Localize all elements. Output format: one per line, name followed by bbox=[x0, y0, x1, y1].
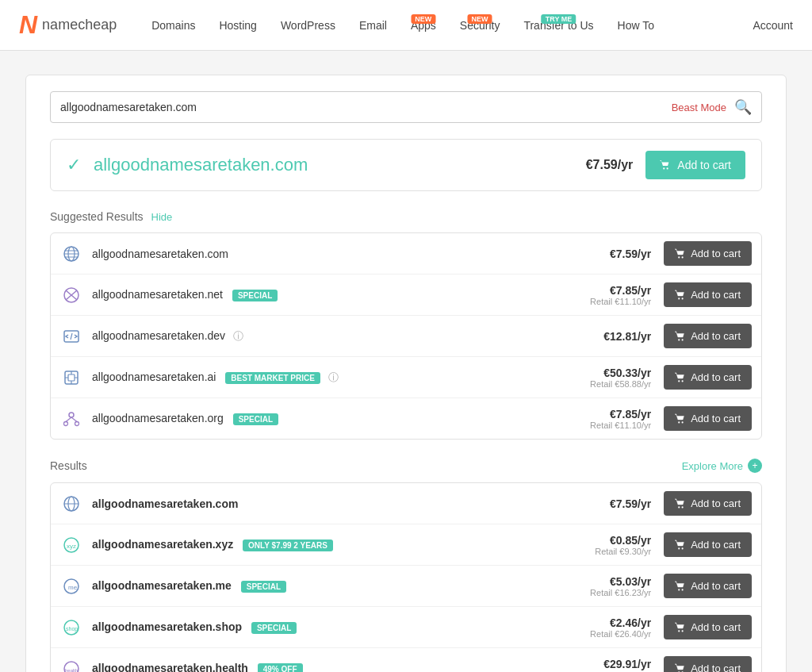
result-xyz-icon: xyz bbox=[60, 534, 82, 556]
svg-point-36 bbox=[678, 506, 680, 508]
suggested-section: Suggested Results Hide allgoodnamesareta… bbox=[50, 210, 762, 440]
suggested-price-net: €7.85/yr Retail €11.10/yr bbox=[590, 284, 651, 306]
result-price-shop: €2.46/yr Retail €26.40/yr bbox=[590, 616, 651, 639]
security-badge: NEW bbox=[468, 14, 492, 24]
logo[interactable]: N namecheap bbox=[19, 10, 117, 40]
nav-item-howto[interactable]: How To bbox=[608, 13, 664, 38]
tag-special-shop: SPECIAL bbox=[251, 622, 297, 634]
result-row-com: allgoodnamesaretaken.com €7.59/yr Add to… bbox=[51, 483, 761, 524]
cart-icon bbox=[675, 498, 686, 509]
nav-item-email[interactable]: Email bbox=[350, 13, 396, 38]
results-section: Results Explore More + allgoodnamesareta… bbox=[50, 459, 762, 672]
tag-off-health: 49% OFF bbox=[258, 663, 303, 672]
add-label: Add to cart bbox=[691, 289, 741, 301]
results-list: allgoodnamesaretaken.com €7.59/yr Add to… bbox=[50, 482, 762, 672]
svg-point-41 bbox=[682, 547, 684, 549]
result-price-me: €5.03/yr Retail €16.23/yr bbox=[590, 575, 651, 597]
result-add-cart-shop[interactable]: Add to cart bbox=[664, 615, 752, 639]
beast-mode-button[interactable]: Beast Mode bbox=[672, 102, 726, 113]
explore-more-label: Explore More bbox=[682, 460, 743, 472]
result-domain-health: allgoodnamesaretaken.health 49% OFF bbox=[92, 662, 590, 672]
nav-item-domains[interactable]: Domains bbox=[142, 13, 205, 38]
result-row-shop: shop allgoodnamesaretaken.shop SPECIAL €… bbox=[51, 607, 761, 648]
search-bar: Beast Mode 🔍 bbox=[50, 91, 762, 123]
search-icon[interactable]: 🔍 bbox=[734, 98, 752, 116]
cart-icon bbox=[675, 290, 686, 301]
result-price-health: €29.91/yr Retail €58.88/yr bbox=[590, 658, 651, 673]
result-add-cart-com[interactable]: Add to cart bbox=[664, 491, 752, 516]
suggested-header: Suggested Results Hide bbox=[50, 210, 762, 223]
nav-item-apps[interactable]: NEW Apps bbox=[401, 13, 446, 38]
svg-line-29 bbox=[66, 417, 71, 422]
add-label: Add to cart bbox=[691, 413, 741, 424]
nav-item-transfer[interactable]: TRY ME Transfer to Us bbox=[514, 13, 603, 38]
svg-point-12 bbox=[678, 298, 680, 299]
suggested-domain-dev: allgoodnamesaretaken.dev ⓘ bbox=[92, 329, 603, 344]
result-add-cart-health[interactable]: Add to cart bbox=[664, 656, 752, 672]
add-label: Add to cart bbox=[691, 580, 741, 592]
suggested-row-net: allgoodnamesaretaken.net SPECIAL €7.85/y… bbox=[51, 275, 761, 316]
svg-rect-19 bbox=[68, 374, 75, 381]
info-icon-dev[interactable]: ⓘ bbox=[233, 330, 243, 342]
results-header: Results Explore More + bbox=[50, 459, 762, 473]
result-add-cart-xyz[interactable]: Add to cart bbox=[664, 532, 752, 557]
explore-more-button[interactable]: Explore More + bbox=[682, 459, 762, 473]
result-shop-icon: shop bbox=[60, 616, 82, 639]
cart-icon bbox=[660, 159, 671, 171]
result-domain-shop: allgoodnamesaretaken.shop SPECIAL bbox=[92, 620, 590, 634]
nav-item-security[interactable]: NEW Security bbox=[450, 13, 510, 38]
primary-add-to-cart-button[interactable]: Add to cart bbox=[645, 151, 745, 179]
add-label: Add to cart bbox=[691, 621, 741, 633]
svg-line-30 bbox=[71, 417, 77, 422]
cart-icon bbox=[675, 413, 686, 424]
svg-text:xyz: xyz bbox=[67, 543, 76, 550]
apps-badge: NEW bbox=[411, 14, 435, 24]
cart-icon bbox=[675, 663, 686, 673]
suggested-add-cart-net[interactable]: Add to cart bbox=[664, 282, 752, 307]
nav-item-hosting[interactable]: Hosting bbox=[209, 13, 266, 38]
suggested-domain-org: allgoodnamesaretaken.org SPECIAL bbox=[92, 412, 590, 425]
suggested-row-ai: allgoodnamesaretaken.ai BEST MARKET PRIC… bbox=[51, 357, 761, 398]
suggested-row-org: allgoodnamesaretaken.org SPECIAL €7.85/y… bbox=[51, 398, 761, 439]
results-title: Results bbox=[50, 459, 87, 472]
suggested-list: allgoodnamesaretaken.com €7.59/yr Add to… bbox=[50, 232, 762, 440]
result-me-icon: me bbox=[60, 575, 82, 597]
account-nav-item[interactable]: Account bbox=[753, 19, 793, 32]
suggested-price-org: €7.85/yr Retail €11.10/yr bbox=[590, 408, 651, 430]
tag-special-org: SPECIAL bbox=[233, 413, 278, 425]
primary-add-label: Add to cart bbox=[677, 159, 731, 171]
add-label: Add to cart bbox=[691, 539, 741, 551]
svg-point-49 bbox=[682, 630, 684, 632]
result-domain-com: allgoodnamesaretaken.com bbox=[92, 497, 610, 510]
svg-point-32 bbox=[682, 421, 684, 423]
svg-point-26 bbox=[69, 413, 74, 417]
hide-suggested-button[interactable]: Hide bbox=[151, 211, 173, 223]
net-icon bbox=[60, 284, 82, 306]
svg-point-45 bbox=[682, 589, 684, 590]
cart-icon bbox=[675, 581, 686, 592]
svg-line-15 bbox=[71, 333, 72, 340]
svg-point-37 bbox=[682, 506, 684, 508]
svg-point-13 bbox=[682, 298, 684, 299]
svg-point-27 bbox=[64, 421, 68, 425]
suggested-add-cart-ai[interactable]: Add to cart bbox=[664, 365, 752, 390]
result-add-cart-me[interactable]: Add to cart bbox=[664, 574, 752, 598]
svg-point-24 bbox=[678, 380, 680, 382]
suggested-add-cart-com[interactable]: Add to cart bbox=[664, 241, 752, 266]
result-row-me: me allgoodnamesaretaken.me SPECIAL €5.03… bbox=[51, 566, 761, 607]
suggested-add-cart-org[interactable]: Add to cart bbox=[664, 406, 752, 431]
info-icon-ai[interactable]: ⓘ bbox=[328, 371, 339, 383]
primary-result: ✓ allgoodnamesaretaken.com €7.59/yr Add … bbox=[50, 139, 762, 191]
result-price-xyz: €0.85/yr Retail €9.30/yr bbox=[595, 534, 651, 556]
suggested-add-cart-dev[interactable]: Add to cart bbox=[664, 324, 752, 348]
tag-only-xyz: ONLY $7.99 2 YEARS bbox=[243, 540, 333, 551]
add-label: Add to cart bbox=[691, 371, 741, 383]
tag-bmp-ai: BEST MARKET PRICE bbox=[225, 372, 320, 384]
nav-item-wordpress[interactable]: WordPress bbox=[271, 13, 345, 38]
tag-special-me: SPECIAL bbox=[241, 581, 286, 593]
search-input[interactable] bbox=[60, 101, 672, 113]
cart-icon bbox=[675, 372, 686, 383]
tag-special-net: SPECIAL bbox=[232, 290, 278, 301]
explore-plus-icon: + bbox=[748, 459, 762, 473]
result-row-xyz: xyz allgoodnamesaretaken.xyz ONLY $7.99 … bbox=[51, 524, 761, 566]
